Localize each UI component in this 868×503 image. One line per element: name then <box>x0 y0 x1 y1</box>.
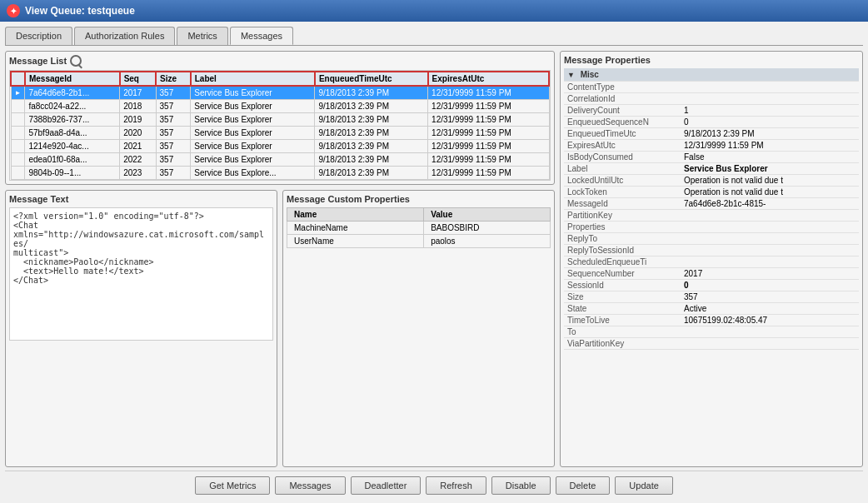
deadletter-button[interactable]: Deadletter <box>351 476 422 495</box>
prop-val: 7a64d6e8-2b1c-4815- <box>681 198 859 210</box>
message-table-body: ► 7a64d6e8-2b1... 2017 357 Service Bus E… <box>11 86 549 180</box>
custom-props-header: Name Value <box>287 208 551 222</box>
message-text-panel: Message Text <box>5 190 277 467</box>
table-row[interactable]: 57bf9aa8-d4a... 2020 357 Service Bus Exp… <box>11 127 549 140</box>
list-item: To <box>564 326 859 338</box>
prop-key: ScheduledEnqueueTi <box>564 256 681 268</box>
table-row[interactable]: 9804b-09--1... 2023 357 Service Bus Expl… <box>11 167 549 180</box>
cell-enqueued: 9/18/2013 2:39 PM <box>315 140 428 153</box>
get-metrics-button[interactable]: Get Metrics <box>195 476 270 495</box>
cell-messageid: 9804b-09--1... <box>25 167 120 180</box>
bottom-panels: Message Text Message Custom Properties N… <box>5 190 555 467</box>
props-table: ▼ Misc ContentType CorrelationId Deliver… <box>564 68 859 350</box>
list-item: MessageId 7a64d6e8-2b1c-4815- <box>564 198 859 210</box>
title-bar: ✦ View Queue: testqueue <box>0 0 868 22</box>
prop-key: ContentType <box>564 82 681 93</box>
props-table-body: ContentType CorrelationId DeliveryCount … <box>564 82 859 350</box>
list-item: LockToken Operation is not valid due t <box>564 187 859 198</box>
refresh-button[interactable]: Refresh <box>426 476 486 495</box>
col-value: Value <box>424 208 551 222</box>
window-title: View Queue: testqueue <box>25 5 135 17</box>
prop-key: MessageId <box>564 198 681 210</box>
table-header-row: MessageId Seq Size Label EnqueuedTimeUtc… <box>11 72 549 86</box>
tabs-bar: Description Authorization Rules Metrics … <box>5 27 863 46</box>
prop-key: LockToken <box>564 187 681 198</box>
disable-button[interactable]: Disable <box>491 476 551 495</box>
prop-val: False <box>681 152 859 163</box>
cell-expires: 12/31/9999 11:59 PM <box>428 113 549 127</box>
cell-label: Service Bus Explorer <box>191 153 315 167</box>
table-row[interactable]: edea01f0-68a... 2022 357 Service Bus Exp… <box>11 153 549 167</box>
row-indicator <box>11 127 25 140</box>
cell-label: Service Bus Explorer <box>191 140 315 153</box>
prop-key: Properties <box>564 222 681 233</box>
list-item: LockedUntilUtc Operation is not valid du… <box>564 175 859 187</box>
cell-messageid: edea01f0-68a... <box>25 153 120 167</box>
cell-enqueued: 9/18/2013 2:39 PM <box>315 153 428 167</box>
prop-val: Operation is not valid due t <box>681 175 859 187</box>
col-size[interactable]: Size <box>156 72 191 86</box>
cell-enqueued: 9/18/2013 2:39 PM <box>315 113 428 127</box>
table-row[interactable]: ► 7a64d6e8-2b1... 2017 357 Service Bus E… <box>11 86 549 100</box>
props-scroll[interactable]: ▼ Misc ContentType CorrelationId Deliver… <box>564 68 859 463</box>
list-item: EnqueuedSequenceN 0 <box>564 117 859 128</box>
cell-seq: 2020 <box>120 127 156 140</box>
message-text-area[interactable] <box>9 207 273 341</box>
col-messageid[interactable]: MessageId <box>25 72 120 86</box>
prop-val: 0 <box>681 117 859 128</box>
cell-enqueued: 9/18/2013 2:39 PM <box>315 100 428 113</box>
prop-val: 9/18/2013 2:39 PM <box>681 128 859 140</box>
col-name: Name <box>287 208 424 222</box>
collapse-arrow[interactable]: ▼ <box>567 71 575 79</box>
cell-messageid: 57bf9aa8-d4a... <box>25 127 120 140</box>
col-label[interactable]: Label <box>191 72 315 86</box>
prop-val <box>681 326 859 338</box>
cell-enqueued: 9/18/2013 2:39 PM <box>315 167 428 180</box>
custom-props-table: Name Value MachineName BABOSBIRD UserNam… <box>287 207 551 248</box>
list-item: IsBodyConsumed False <box>564 152 859 163</box>
prop-key: To <box>564 326 681 338</box>
prop-val <box>681 233 859 245</box>
prop-key: EnqueuedSequenceN <box>564 117 681 128</box>
delete-button[interactable]: Delete <box>556 476 611 495</box>
prop-key: SessionId <box>564 280 681 291</box>
update-button[interactable]: Update <box>615 476 672 495</box>
message-text-title: Message Text <box>9 194 273 204</box>
messages-button[interactable]: Messages <box>275 476 345 495</box>
search-icon[interactable] <box>70 55 82 67</box>
cell-size: 357 <box>156 113 191 127</box>
tab-metrics[interactable]: Metrics <box>177 27 227 45</box>
tab-authorization-rules[interactable]: Authorization Rules <box>74 27 175 45</box>
cell-seq: 2023 <box>120 167 156 180</box>
cell-size: 357 <box>156 86 191 100</box>
cell-expires: 12/31/9999 11:59 PM <box>428 140 549 153</box>
col-enqueued[interactable]: EnqueuedTimeUtc <box>315 72 428 86</box>
prop-value: BABOSBIRD <box>424 222 551 235</box>
message-table-wrapper[interactable]: MessageId Seq Size Label EnqueuedTimeUtc… <box>9 70 551 181</box>
cell-seq: 2019 <box>120 113 156 127</box>
list-item: State Active <box>564 303 859 315</box>
prop-val: Active <box>681 303 859 315</box>
cell-label: Service Bus Explorer <box>191 113 315 127</box>
table-row[interactable]: 7388b926-737... 2019 357 Service Bus Exp… <box>11 113 549 127</box>
cell-label: Service Bus Explorer <box>191 86 315 100</box>
tab-description[interactable]: Description <box>5 27 72 45</box>
custom-prop-row: MachineName BABOSBIRD <box>287 222 551 235</box>
tab-messages[interactable]: Messages <box>230 27 293 45</box>
col-expires[interactable]: ExpiresAtUtc <box>428 72 549 86</box>
row-indicator <box>11 140 25 153</box>
col-seq[interactable]: Seq <box>120 72 156 86</box>
prop-key: State <box>564 303 681 315</box>
table-row[interactable]: fa8cc024-a22... 2018 357 Service Bus Exp… <box>11 100 549 113</box>
cell-size: 357 <box>156 127 191 140</box>
cell-messageid: 1214e920-4ac... <box>25 140 120 153</box>
prop-key: PartitionKey <box>564 210 681 222</box>
message-list-panel: Message List MessageId Seq Size Label <box>5 51 555 185</box>
cell-expires: 12/31/9999 11:59 PM <box>428 86 549 100</box>
table-row[interactable]: 1214e920-4ac... 2021 357 Service Bus Exp… <box>11 140 549 153</box>
list-item: EnqueuedTimeUtc 9/18/2013 2:39 PM <box>564 128 859 140</box>
row-indicator <box>11 113 25 127</box>
cell-messageid: 7a64d6e8-2b1... <box>25 86 120 100</box>
prop-key: ExpiresAtUtc <box>564 140 681 152</box>
app-icon: ✦ <box>7 4 20 17</box>
